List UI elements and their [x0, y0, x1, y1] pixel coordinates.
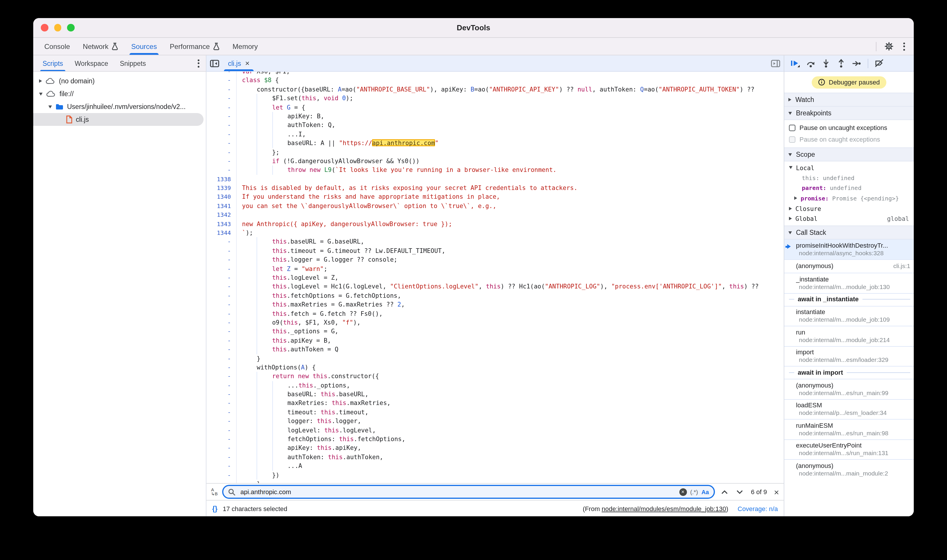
scope-entry-promise[interactable]: promise:Promise {<pending>} — [784, 193, 914, 203]
call-stack-frame[interactable]: instantiatenode:internal/m...module_job:… — [784, 306, 914, 326]
chevron-down-icon[interactable] — [48, 105, 52, 108]
line-number[interactable]: - — [207, 453, 237, 462]
clear-search-icon[interactable]: × — [679, 488, 686, 495]
breakpoint-option[interactable]: Pause on uncaught exceptions — [784, 122, 914, 134]
line-number[interactable]: - — [207, 399, 237, 408]
section-watch[interactable]: Watch — [784, 93, 914, 107]
line-number[interactable]: - — [207, 417, 237, 426]
search-field[interactable]: × (.*) Aa — [222, 485, 715, 499]
step-icon[interactable] — [852, 59, 861, 67]
chevron-right-icon[interactable] — [39, 79, 42, 83]
tab-performance[interactable]: Performance — [163, 38, 226, 55]
line-number[interactable]: - — [207, 435, 237, 444]
scope-entry-parent[interactable]: parent:undefined — [784, 183, 914, 193]
line-number[interactable]: - — [207, 103, 237, 112]
line-number[interactable]: - — [207, 318, 237, 327]
line-number[interactable]: - — [207, 309, 237, 318]
line-number[interactable]: - — [207, 121, 237, 130]
line-number[interactable]: - — [207, 282, 237, 291]
section-breakpoints[interactable]: Breakpoints — [784, 107, 914, 120]
close-tab-icon[interactable]: × — [245, 60, 250, 67]
tab-console[interactable]: Console — [38, 38, 76, 55]
call-stack-frame[interactable]: (anonymous)cli.js:1 — [784, 259, 914, 273]
tab-network[interactable]: Network — [76, 38, 125, 55]
line-number[interactable]: - — [207, 354, 237, 363]
chevron-down-icon[interactable] — [39, 92, 43, 95]
line-number[interactable]: - — [207, 444, 237, 453]
line-number[interactable]: - — [207, 237, 237, 246]
section-scope[interactable]: Scope — [784, 148, 914, 162]
tree-item--no-domain-[interactable]: (no domain) — [33, 75, 206, 88]
line-number[interactable]: 1341 — [207, 202, 237, 211]
tree-item-users-jinhuilee-nvm-versions-node-v2-[interactable]: Users/jinhuilee/.nvm/versions/node/v2... — [33, 100, 206, 113]
regex-toggle[interactable]: (.*) — [690, 489, 698, 495]
line-number[interactable]: - — [207, 255, 237, 264]
line-number[interactable]: - — [207, 139, 237, 148]
line-number[interactable]: - — [207, 273, 237, 282]
scope-global[interactable]: Globalglobal — [784, 214, 914, 224]
tree-item-file-[interactable]: file:// — [33, 88, 206, 100]
tree-item-cli-js[interactable]: cli.js — [33, 113, 204, 126]
section-call-stack[interactable]: Call Stack — [784, 226, 914, 240]
navigator-more-icon[interactable] — [196, 57, 201, 69]
line-number[interactable]: 1342 — [207, 211, 237, 220]
scope-local[interactable]: Local — [784, 163, 914, 173]
step-into-icon[interactable] — [822, 59, 830, 68]
step-over-icon[interactable] — [807, 59, 815, 67]
line-number[interactable]: - — [207, 426, 237, 435]
line-number[interactable]: - — [207, 345, 237, 354]
search-input[interactable] — [239, 488, 676, 496]
hide-debugger-pane-icon[interactable] — [767, 55, 784, 71]
line-number[interactable]: - — [207, 372, 237, 381]
line-number[interactable]: - — [207, 166, 237, 175]
find-replace-icon[interactable]: A↳B — [211, 488, 218, 496]
line-number[interactable]: - — [207, 130, 237, 139]
hide-navigator-icon[interactable] — [207, 55, 223, 71]
scope-closure[interactable]: Closure — [784, 203, 914, 214]
line-number[interactable]: - — [207, 76, 237, 85]
line-number[interactable]: - — [207, 264, 237, 273]
previous-match-button[interactable] — [719, 486, 730, 497]
line-number[interactable]: - — [207, 462, 237, 471]
chevron-right-icon[interactable] — [794, 197, 797, 200]
tab-cli-js[interactable]: cli.js × — [223, 55, 255, 71]
deactivate-breakpoints-icon[interactable] — [875, 59, 884, 68]
call-stack-frame[interactable]: runMainESMnode:internal/m...es/run_main:… — [784, 419, 914, 439]
line-number[interactable]: - — [207, 336, 237, 345]
call-stack-frame[interactable]: promiseInitHookWithDestroyTr...node:inte… — [784, 240, 914, 259]
navigator-tab-workspace[interactable]: Workspace — [69, 55, 114, 71]
line-number[interactable]: - — [207, 94, 237, 103]
tab-memory[interactable]: Memory — [226, 38, 264, 55]
line-number[interactable]: - — [207, 390, 237, 399]
next-match-button[interactable] — [734, 486, 745, 497]
navigator-tab-scripts[interactable]: Scripts — [37, 55, 69, 71]
line-number[interactable]: 1339 — [207, 183, 237, 192]
gear-icon[interactable] — [885, 42, 893, 51]
line-number[interactable]: - — [207, 246, 237, 255]
scope-entry-this[interactable]: this:undefined — [784, 173, 914, 183]
line-number[interactable]: - — [207, 157, 237, 166]
line-number[interactable]: - — [207, 72, 237, 76]
line-number[interactable]: - — [207, 471, 237, 480]
call-stack-frame[interactable]: loadESMnode:internal/p.../esm_loader:34 — [784, 399, 914, 419]
line-number[interactable]: - — [207, 327, 237, 336]
line-number[interactable]: - — [207, 381, 237, 390]
tab-sources[interactable]: Sources — [125, 38, 163, 55]
line-number[interactable]: 1340 — [207, 192, 237, 202]
resume-script-icon[interactable] — [790, 59, 800, 68]
call-stack-frame[interactable]: executeUserEntryPointnode:internal/m...s… — [784, 439, 914, 459]
line-number[interactable]: - — [207, 85, 237, 94]
close-search-icon[interactable]: × — [774, 488, 779, 496]
line-number[interactable]: - — [207, 148, 237, 157]
line-number[interactable]: - — [207, 408, 237, 417]
line-number[interactable]: - — [207, 291, 237, 300]
more-options-icon[interactable] — [902, 40, 907, 52]
step-out-icon[interactable] — [837, 59, 845, 68]
call-stack-frame[interactable]: importnode:internal/m...esm/loader:329 — [784, 346, 914, 366]
line-number[interactable]: 1344 — [207, 228, 237, 237]
call-stack-frame[interactable]: (anonymous)node:internal/m...main_module… — [784, 459, 914, 479]
code-editor[interactable]: -var Xs0, $F1;-class $8 {-constructor({b… — [207, 72, 784, 483]
call-stack-frame[interactable]: (anonymous)node:internal/m...es/run_main… — [784, 379, 914, 399]
navigator-tab-snippets[interactable]: Snippets — [114, 55, 152, 71]
checkbox[interactable] — [789, 125, 795, 131]
